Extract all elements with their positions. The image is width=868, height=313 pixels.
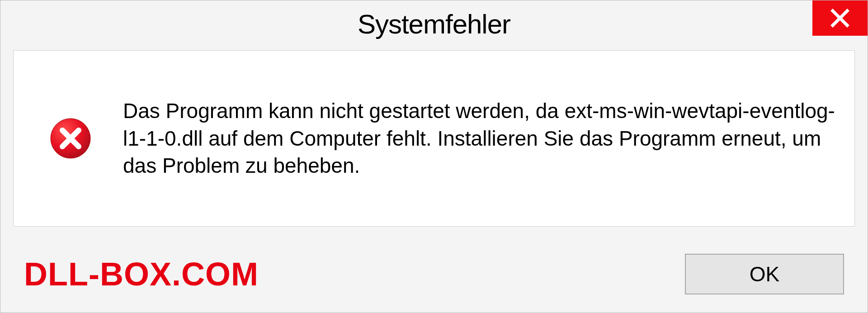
error-dialog: Systemfehler Das (0, 0, 868, 313)
watermark-text: DLL-BOX.COM (24, 256, 259, 293)
ok-button[interactable]: OK (685, 254, 844, 294)
close-icon (830, 8, 850, 28)
titlebar: Systemfehler (0, 0, 868, 47)
close-button[interactable] (812, 0, 868, 36)
dialog-title: Systemfehler (358, 9, 510, 40)
error-icon (50, 118, 91, 159)
dialog-footer: DLL-BOX.COM OK (0, 236, 868, 313)
error-message: Das Programm kann nicht gestartet werden… (123, 97, 836, 180)
content-panel: Das Programm kann nicht gestartet werden… (13, 50, 855, 227)
